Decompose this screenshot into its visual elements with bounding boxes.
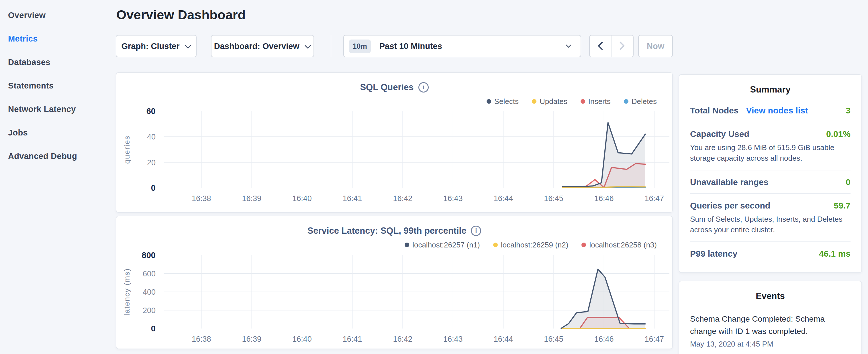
chevron-left-icon	[598, 41, 603, 51]
time-window-badge: 10m	[349, 39, 371, 53]
legend-item: Deletes	[624, 97, 657, 106]
summary-row-queries-per-second: Queries per second 59.7 Sum of Selects, …	[690, 193, 850, 242]
svg-text:16:43: 16:43	[443, 335, 463, 344]
dashboard-dropdown-label: Dashboard: Overview	[214, 41, 300, 51]
summary-value: 46.1 ms	[819, 249, 850, 259]
sidebar-item-metrics[interactable]: Metrics	[0, 27, 116, 51]
svg-text:16:39: 16:39	[242, 194, 261, 203]
summary-row-total-nodes: Total Nodes View nodes list 3	[690, 99, 850, 122]
summary-label: Capacity Used	[690, 129, 749, 139]
summary-value: 0.01%	[826, 129, 850, 139]
summary-value: 0	[846, 177, 850, 187]
sidebar-item-advanced-debug[interactable]: Advanced Debug	[0, 144, 116, 168]
chart-legend: localhost:26257 (n1) localhost:26259 (n2…	[116, 238, 672, 251]
event-item: Schema Change Completed: Schema change w…	[690, 313, 850, 349]
time-range-selector[interactable]: 10m Past 10 Minutes	[343, 35, 581, 57]
svg-text:16:41: 16:41	[343, 335, 362, 344]
right-sidebar: Summary Total Nodes View nodes list 3 Ca…	[679, 0, 862, 354]
chevron-right-icon	[620, 41, 625, 51]
svg-text:200: 200	[143, 306, 156, 315]
events-title: Events	[690, 291, 850, 301]
summary-row-unavailable-ranges: Unavailable ranges 0	[690, 170, 850, 193]
svg-text:16:47: 16:47	[645, 194, 664, 203]
svg-text:16:38: 16:38	[192, 335, 211, 344]
svg-text:16:40: 16:40	[292, 194, 312, 203]
event-text: Schema Change Completed: Schema change w…	[690, 313, 850, 338]
latency-chart[interactable]: 16:3816:3916:4016:4116:4216:4316:4416:45…	[116, 251, 672, 349]
svg-text:600: 600	[143, 269, 156, 278]
svg-text:16:42: 16:42	[393, 335, 412, 344]
svg-text:16:45: 16:45	[544, 335, 563, 344]
graph-dropdown-label: Graph: Cluster	[121, 41, 179, 51]
svg-text:16:44: 16:44	[494, 335, 513, 344]
info-icon[interactable]: i	[471, 226, 481, 236]
summary-description: You are using 28.6 MiB of 515.9 GiB usab…	[690, 142, 850, 164]
event-timestamp: May 13, 2020 at 4:45 PM	[690, 340, 850, 349]
summary-label: Unavailable ranges	[690, 177, 768, 187]
svg-text:40: 40	[147, 133, 156, 141]
sidebar-item-statements[interactable]: Statements	[0, 74, 116, 97]
page-title: Overview Dashboard	[116, 7, 673, 22]
svg-text:16:40: 16:40	[292, 335, 312, 344]
svg-text:800: 800	[142, 251, 156, 260]
sidebar-item-databases[interactable]: Databases	[0, 51, 116, 74]
summary-description: Sum of Selects, Updates, Inserts, and De…	[690, 214, 850, 235]
main-content: Overview Dashboard Graph: Cluster Dashbo…	[116, 0, 673, 349]
legend-dot	[624, 99, 628, 104]
sidebar-item-network-latency[interactable]: Network Latency	[0, 97, 116, 121]
next-time-button[interactable]	[612, 35, 633, 57]
dashboard-dropdown[interactable]: Dashboard: Overview	[211, 35, 314, 57]
svg-text:queries: queries	[123, 135, 131, 164]
view-nodes-link[interactable]: View nodes list	[746, 106, 808, 116]
summary-row-p99-latency: P99 latency 46.1 ms	[690, 242, 850, 265]
summary-value: 59.7	[834, 201, 850, 211]
summary-panel: Summary Total Nodes View nodes list 3 Ca…	[679, 74, 862, 273]
svg-text:400: 400	[143, 288, 156, 296]
events-panel: Events Schema Change Completed: Schema c…	[679, 281, 862, 354]
svg-text:60: 60	[147, 108, 156, 116]
legend-item: localhost:26257 (n1)	[405, 240, 480, 250]
sql-queries-chart[interactable]: 16:3816:3916:4016:4116:4216:4316:4416:45…	[116, 108, 672, 212]
time-nav	[589, 35, 634, 57]
now-button[interactable]: Now	[638, 35, 673, 57]
summary-label: Total Nodes	[690, 106, 739, 116]
service-latency-card: Service Latency: SQL, 99th percentile i …	[116, 216, 673, 349]
summary-row-capacity-used: Capacity Used 0.01% You are using 28.6 M…	[690, 122, 850, 170]
controls-divider	[331, 35, 331, 57]
svg-text:latency (ms): latency (ms)	[123, 268, 131, 316]
svg-text:16:46: 16:46	[594, 194, 614, 203]
legend-item: localhost:26259 (n2)	[493, 240, 568, 250]
legend-item: localhost:26258 (n3)	[582, 240, 657, 250]
svg-text:16:41: 16:41	[343, 194, 362, 203]
chart-title: Service Latency: SQL, 99th percentile	[308, 226, 467, 236]
metrics-page: Overview Metrics Databases Statements Ne…	[0, 0, 868, 354]
svg-text:16:46: 16:46	[594, 335, 614, 344]
chevron-down-icon	[566, 44, 571, 49]
controls-bar: Graph: Cluster Dashboard: Overview 10m P…	[116, 35, 673, 57]
svg-text:0: 0	[151, 324, 156, 333]
svg-text:16:47: 16:47	[645, 335, 664, 344]
svg-text:0: 0	[151, 183, 156, 192]
info-icon[interactable]: i	[418, 82, 429, 93]
svg-text:16:38: 16:38	[192, 194, 211, 203]
summary-title: Summary	[690, 85, 850, 95]
chevron-down-icon	[185, 41, 191, 51]
legend-dot	[581, 99, 585, 104]
chart-title: SQL Queries	[360, 82, 413, 93]
svg-text:16:44: 16:44	[494, 194, 513, 203]
chevron-down-icon	[305, 41, 311, 51]
svg-text:16:43: 16:43	[443, 194, 463, 203]
legend-dot	[487, 99, 491, 104]
svg-text:16:42: 16:42	[393, 194, 412, 203]
sidebar-item-overview[interactable]: Overview	[0, 3, 116, 27]
summary-label: Queries per second	[690, 201, 770, 211]
time-window-label: Past 10 Minutes	[379, 41, 442, 51]
sidebar-item-jobs[interactable]: Jobs	[0, 121, 116, 144]
svg-text:20: 20	[147, 158, 156, 167]
summary-label: P99 latency	[690, 249, 737, 259]
graph-dropdown[interactable]: Graph: Cluster	[116, 35, 196, 57]
svg-text:16:39: 16:39	[242, 335, 261, 344]
svg-text:16:45: 16:45	[544, 194, 563, 203]
prev-time-button[interactable]	[590, 35, 612, 57]
legend-item: Inserts	[581, 97, 611, 106]
